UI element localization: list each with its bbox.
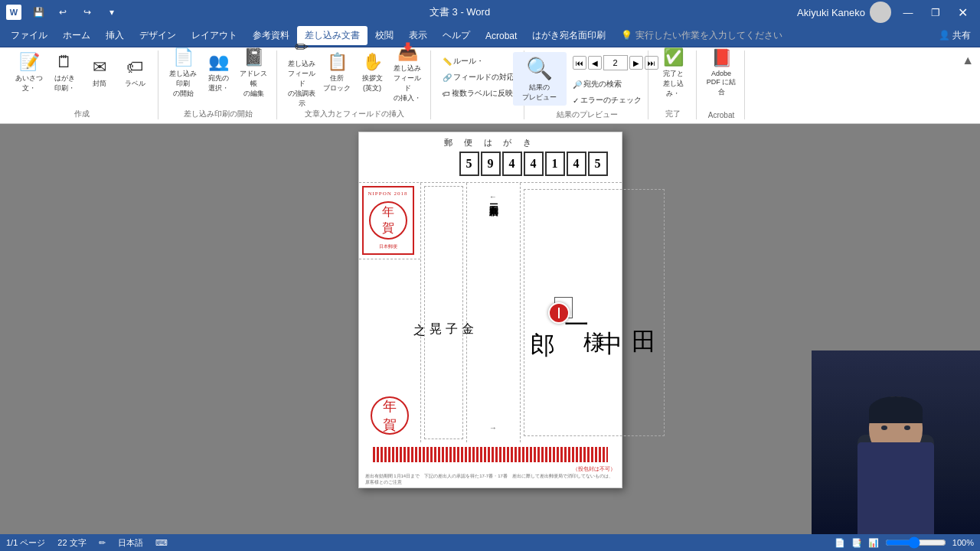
insert-field-icon: 📥 [397,44,418,60]
avatar [870,2,891,23]
redo-button[interactable]: ↪ [77,2,98,23]
menu-references[interactable]: 参考資料 [245,26,297,45]
envelope-icon: ✉ [93,59,106,76]
status-bar-right: 📄 📑 📊 100% [835,536,974,549]
menu-file[interactable]: ファイル [3,26,55,45]
app-icon: W [6,5,21,20]
zip-digit-3: 4 [502,152,522,176]
menu-acrobat[interactable]: Acrobat [478,28,524,44]
zoom-slider[interactable] [885,536,946,549]
rules-icon: 📏 [443,57,452,66]
fields-group-label: 文章入力とフィールドの挿入 [305,107,404,119]
finish-icon: ✅ [663,49,684,66]
create-buttons: 📝 あいさつ文・ 🗒 はがき印刷・ ✉ 封筒 🏷 ラベル [12,51,152,96]
menu-search[interactable]: 💡 実行したい作業を入力してください [613,26,789,45]
ribbon-group-rules: 📏 ルール・ 🔗 フィールドの対応 🏷 複数ラベルに反映 [433,51,524,119]
start-mailmerge-button[interactable]: 📄 差し込み印刷の開始 [166,51,200,96]
undo-button[interactable]: ↩ [52,2,74,23]
barcode [373,447,608,462]
title-bar-center: 文書 3 - Word [430,5,490,19]
minimize-button[interactable]: — [897,2,919,23]
main-area: 郵 便 は が き 5 9 4 4 1 4 5 [0,124,980,534]
multi-label-icon: 🏷 [443,90,450,98]
ribbon-group-finish: ✅ 完了と差し込み・ 完了 [650,51,697,119]
restore-button[interactable]: ❐ [925,2,946,23]
nav-prev-button[interactable]: ◀ [588,56,602,70]
menu-design[interactable]: デザイン [132,26,184,45]
finish-group-label: 完了 [665,107,681,119]
title-bar-left: W 💾 ↩ ↪ ▾ [6,2,122,23]
zip-digit-6: 4 [567,152,586,176]
field-match-button[interactable]: 🔗 フィールドの対応 [439,70,518,85]
address-column: ↓ 東京都新宿区五ー六ー四 ↑ [467,183,521,442]
multi-label-button[interactable]: 🏷 複数ラベルに反映 [439,86,518,101]
check-errors-button[interactable]: ✓ エラーのチェック [570,93,662,108]
menu-home[interactable]: ホーム [55,26,98,45]
label-icon: 🏷 [126,59,143,76]
nav-first-button[interactable]: ⏮ [573,56,586,70]
nav-next-button[interactable]: ▶ [629,56,643,70]
ribbon-group-preview: 🔍 結果のプレビュー ⏮ ◀ ▶ ⏭ 🔎 宛先の検索 [526,51,648,119]
addressbook-icon: 📓 [243,49,264,66]
footer-note: （投包封は不可） [365,464,616,473]
highlight-icon: ✏ [295,39,309,56]
close-button[interactable]: ✕ [952,2,974,23]
view-read-icon[interactable]: 📄 [835,538,845,548]
insert-field-button[interactable]: 📥 差し込みフィールドの挿入・ [390,51,424,96]
zoom-level: 100% [952,538,974,547]
stamp-decoration: NIPPON 2018 年賀 日本郵便 [362,186,414,255]
menu-review[interactable]: 校閲 [368,26,401,45]
language: 日本語 [118,537,143,549]
view-print-icon[interactable]: 📑 [851,538,862,548]
ribbon-collapse-button[interactable]: ▲ [962,54,974,67]
greeting-icon: 📝 [19,54,40,70]
save-button[interactable]: 💾 [28,2,49,23]
label-button[interactable]: 🏷 ラベル [118,51,152,96]
hagaki-button[interactable]: 🗒 はがき印刷・ [47,51,81,96]
preview-button[interactable]: 🔍 結果のプレビュー [513,52,567,106]
quick-access-toolbar: 💾 ↩ ↪ ▾ [28,2,122,23]
postcard-footer: （投包封は不可） 差出有効期間 1月14日まで 下記の差出人の承認を得た17-7… [359,442,622,487]
hagaki-icon: 🗒 [56,54,73,70]
webcam-feed [812,350,980,534]
ribbon-group-acrobat: 📕 AdobePDF に結合 Acrobat [698,51,745,119]
zip-digit-2: 9 [481,152,501,176]
recipients-icon: 👥 [208,54,229,70]
edit-icon: ✏ [99,538,106,548]
user-name: Akiyuki Kaneko [797,7,865,18]
finish-merge-button[interactable]: ✅ 完了と差し込み・ [656,51,690,96]
address-block-button[interactable]: 📋 住所ブロック [320,51,354,96]
word-count: 22 文字 [57,537,86,549]
title-bar: W 💾 ↩ ↪ ▾ 文書 3 - Word Akiyuki Kaneko — ❐… [0,0,980,24]
menu-insert[interactable]: 挿入 [98,26,132,45]
greeting-line-button[interactable]: ✋ 挨拶文(英文) [355,51,389,96]
edit-addressbook-button[interactable]: 📓 アドレス帳の編集 [237,51,270,96]
footer-legal: 差出有効期間 1月14日まで 下記の差出人の承認を得た17-7番・17番 差出に… [365,473,616,486]
more-button[interactable]: ▾ [101,2,122,23]
fields-buttons: ✏ 差し込みフィールドの強調表示 📋 住所ブロック ✋ 挨拶文(英文) 📥 差し… [285,51,424,96]
select-recipients-button[interactable]: 👥 宛先の選択・ [201,51,235,96]
menu-hagaki[interactable]: はがき宛名面印刷 [524,26,613,45]
envelope-button[interactable]: ✉ 封筒 [83,51,116,96]
ribbon-group-start: 📄 差し込み印刷の開始 👥 宛先の選択・ 📓 アドレス帳の編集 差し込み印刷の開… [160,51,277,119]
find-recipient-button[interactable]: 🔎 宛先の検索 [570,77,662,92]
greeting-line-icon: ✋ [362,54,383,70]
postcard-main: NIPPON 2018 年賀 日本郵便 年賀 [359,182,622,442]
greeting-button[interactable]: 📝 あいさつ文・ [12,51,46,96]
adobe-pdf-button[interactable]: 📕 AdobePDF に結合 [704,51,738,96]
input-mode-icon: ⌨ [155,538,168,548]
create-group-label: 作成 [74,107,90,119]
start-mailmerge-icon: 📄 [173,49,194,66]
status-bar: 1/1 ページ 22 文字 ✏ 日本語 ⌨ 📄 📑 📊 100% [0,534,980,551]
find-recipient-icon: 🔎 [573,80,582,89]
menu-help[interactable]: ヘルプ [435,26,478,45]
webcam-overlay [812,350,980,534]
sender-column: 金 子 晃 之 [421,183,467,442]
rules-button[interactable]: 📏 ルール・ [439,54,518,69]
nav-current-input[interactable] [603,55,628,70]
highlight-fields-button[interactable]: ✏ 差し込みフィールドの強調表示 [285,51,318,96]
ribbon: 📝 あいさつ文・ 🗒 はがき印刷・ ✉ 封筒 🏷 ラベル 作成 📄 差し込み印刷… [0,47,980,124]
share-button[interactable]: 👤 共有 [933,29,977,42]
menu-layout[interactable]: レイアウト [184,26,245,45]
view-web-icon[interactable]: 📊 [868,538,879,548]
